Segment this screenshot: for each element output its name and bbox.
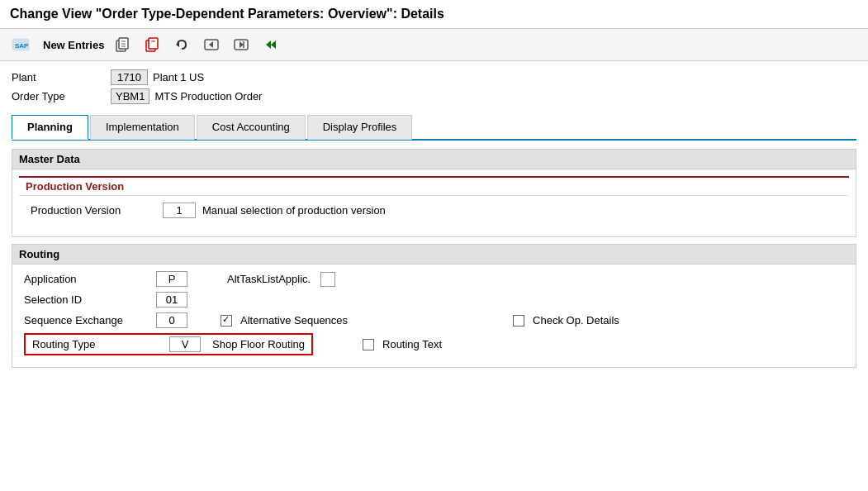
plant-desc: Plant 1 US — [153, 71, 204, 83]
production-version-header: Production Version — [19, 178, 849, 196]
alt-sequences-checkbox[interactable] — [221, 315, 232, 327]
tab-planning[interactable]: Planning — [12, 115, 88, 140]
sequence-exchange-label: Sequence Exchange — [24, 314, 156, 327]
production-version-content: Production Version 1 Manual selection of… — [19, 196, 849, 230]
forward-nav-button[interactable] — [230, 35, 253, 55]
order-type-desc: MTS Production Order — [154, 90, 262, 102]
master-data-section: Master Data Production Version Productio… — [12, 149, 856, 237]
pv-value[interactable]: 1 — [163, 203, 196, 218]
application-row: Application P AltTaskListApplic. — [24, 271, 844, 287]
master-data-header: Master Data — [12, 150, 856, 169]
svg-marker-12 — [209, 41, 213, 48]
sequence-exchange-value[interactable]: 0 — [156, 312, 187, 328]
pv-desc: Manual selection of production version — [202, 204, 386, 217]
next-nav-button[interactable] — [259, 35, 282, 55]
tabs: Planning Implementation Cost Accounting … — [12, 114, 856, 139]
routing-header: Routing — [12, 245, 856, 265]
svg-rect-8 — [149, 38, 158, 49]
routing-type-desc: Shop Floor Routing — [212, 338, 305, 350]
page-title: Change View "Order Type-Dependent Parame… — [0, 0, 868, 29]
routing-type-highlight: Routing Type V Shop Floor Routing — [24, 333, 313, 355]
svg-marker-17 — [271, 41, 276, 49]
toolbar: SAP New Entries — [0, 29, 868, 61]
delete-button[interactable] — [140, 35, 164, 55]
undo-button[interactable] — [170, 35, 193, 55]
routing-type-label: Routing Type — [32, 338, 164, 350]
order-type-value: YBM1 — [111, 88, 149, 104]
copy-button[interactable] — [111, 35, 134, 55]
tab-display-profiles[interactable]: Display Profiles — [307, 115, 413, 140]
order-type-label: Order Type — [12, 90, 111, 102]
alt-sequences-group: Alternative Sequences — [221, 314, 348, 327]
new-entries-label: New Entries — [43, 39, 104, 51]
check-op-details-checkbox[interactable] — [513, 315, 524, 327]
routing-content: Application P AltTaskListApplic. Selecti… — [12, 265, 856, 367]
selection-id-label: Selection ID — [24, 293, 156, 306]
content-area: Plant 1710 Plant 1 US Order Type YBM1 MT… — [0, 61, 868, 376]
back-nav-button[interactable] — [200, 35, 223, 55]
routing-text-checkbox[interactable] — [363, 339, 374, 350]
check-op-details-label: Check Op. Details — [533, 314, 619, 327]
svg-text:SAP: SAP — [15, 42, 29, 50]
application-value[interactable]: P — [156, 271, 187, 287]
application-label: Application — [24, 273, 156, 285]
plant-value: 1710 — [111, 69, 148, 85]
routing-section: Routing Application P AltTaskListApplic.… — [12, 244, 856, 368]
svg-marker-16 — [266, 41, 271, 49]
routing-type-row: Routing Type V Shop Floor Routing Routin… — [24, 333, 844, 355]
tab-implementation[interactable]: Implementation — [90, 115, 195, 140]
selection-id-row: Selection ID 01 — [24, 292, 844, 307]
routing-text-label: Routing Text — [382, 338, 442, 350]
application-desc: AltTaskListApplic. — [227, 273, 311, 285]
tab-cost-accounting[interactable]: Cost Accounting — [197, 115, 306, 140]
tabs-container: Planning Implementation Cost Accounting … — [12, 114, 856, 141]
plant-row: Plant 1710 Plant 1 US — [12, 69, 856, 85]
sequence-exchange-row: Sequence Exchange 0 Alternative Sequence… — [24, 312, 844, 328]
order-type-row: Order Type YBM1 MTS Production Order — [12, 88, 856, 104]
title-text: Change View "Order Type-Dependent Parame… — [10, 7, 444, 21]
pv-label: Production Version — [31, 204, 163, 217]
production-version-subsection: Production Version Production Version 1 … — [19, 176, 849, 230]
production-version-row: Production Version 1 Manual selection of… — [31, 203, 837, 218]
sap-icon-button[interactable]: SAP — [8, 34, 33, 55]
routing-type-value[interactable]: V — [169, 336, 201, 352]
alt-sequences-label: Alternative Sequences — [240, 314, 348, 327]
routing-text-group: Routing Text — [363, 338, 442, 350]
application-extra-box[interactable] — [320, 272, 335, 287]
selection-id-value[interactable]: 01 — [156, 292, 187, 307]
check-op-details-group: Check Op. Details — [513, 314, 619, 327]
plant-label: Plant — [12, 71, 111, 83]
